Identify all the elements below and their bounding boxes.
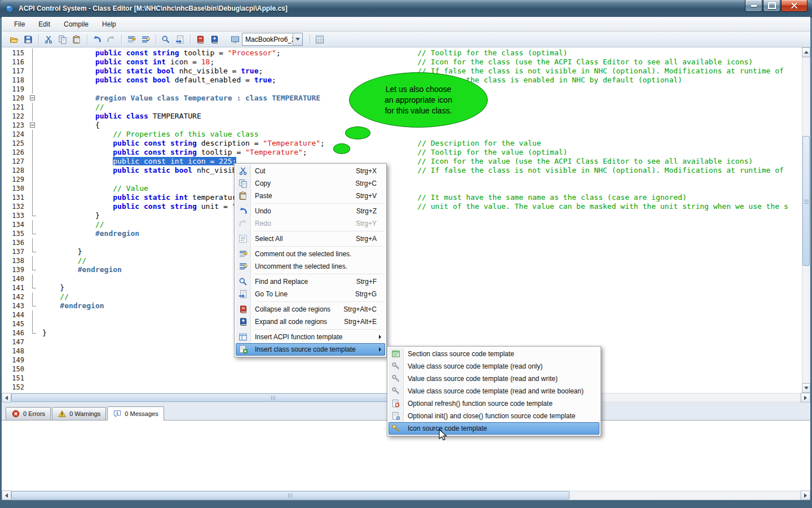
menu-item-undo[interactable]: UndoStrg+Z	[236, 205, 385, 217]
scroll-right-button[interactable]	[801, 491, 810, 500]
fold-toggle-icon[interactable]	[30, 95, 35, 100]
code-line[interactable]: 140	[2, 274, 802, 283]
goto-button[interactable]	[173, 33, 187, 46]
code-line[interactable]: 128 public static bool nhc_visible = tru…	[2, 166, 802, 175]
menu-item-redo[interactable]: RedoStrg+Y	[236, 217, 385, 230]
menu-item-comment-out-the-selected-lines[interactable]: Comment out the selected lines.	[236, 248, 385, 260]
tab-0-messages[interactable]: 0 Messages	[107, 406, 164, 421]
menu-item-expand-all-code-regions[interactable]: Expand all code regionsStrg+Alt+E	[236, 316, 385, 328]
menu-item-value-class-source-code-template-read-and-write[interactable]: Value class source code template (read a…	[389, 373, 599, 385]
find-button[interactable]	[159, 33, 173, 46]
code-line[interactable]: 147	[2, 338, 802, 347]
code-line[interactable]: 138 //	[2, 256, 802, 265]
horizontal-scroll-thumb[interactable]	[11, 491, 570, 500]
menu-file[interactable]: File	[7, 17, 32, 31]
redo-button[interactable]	[104, 33, 118, 46]
code-line[interactable]: 130 // Value	[2, 184, 802, 193]
menu-item-paste[interactable]: PasteStrg+V	[236, 190, 385, 202]
code-line[interactable]: 131 public static int temperature = 0; /…	[2, 193, 802, 202]
menu-item-section-class-source-code-template[interactable]: Section class source code template	[389, 348, 599, 360]
find-icon	[239, 277, 248, 286]
code-line[interactable]: 125 public const string description = "T…	[2, 139, 802, 148]
menu-item-go-to-line[interactable]: Go To LineStrg+G	[236, 288, 385, 300]
code-line[interactable]: 142 //	[2, 292, 802, 301]
window-controls	[744, 0, 807, 12]
scroll-left-button[interactable]	[2, 393, 11, 402]
fold-toggle-icon[interactable]	[30, 122, 35, 128]
line-number: 149	[2, 356, 28, 365]
code-line[interactable]: 124 // Properties of this value class	[2, 130, 802, 139]
editor-vertical-scrollbar[interactable]	[802, 47, 810, 393]
menu-edit[interactable]: Edit	[32, 17, 57, 31]
combo-dropdown-button[interactable]	[293, 33, 302, 45]
code-line[interactable]: 144	[2, 310, 802, 319]
code-line[interactable]: 115 public const string tooltip = "Proce…	[2, 49, 802, 58]
maximize-button[interactable]	[763, 0, 780, 12]
menu-item-find-and-replace[interactable]: Find and ReplaceStrg+F	[236, 275, 385, 288]
class-editor-button[interactable]	[313, 33, 326, 46]
menu-item-insert-class-source-code-template[interactable]: Insert class source code template	[236, 343, 385, 356]
undo-button[interactable]	[90, 33, 104, 46]
copy-button[interactable]	[56, 33, 69, 46]
vertical-scroll-thumb[interactable]	[802, 136, 810, 266]
line-number: 135	[2, 229, 28, 238]
scroll-down-button[interactable]	[802, 383, 810, 393]
uncomment-button[interactable]	[139, 33, 152, 46]
vertical-scroll-track[interactable]	[802, 57, 810, 383]
code-line[interactable]: 134 //	[2, 220, 802, 229]
cut-button[interactable]	[42, 33, 55, 46]
code-line[interactable]: 135 #endregion	[2, 229, 802, 238]
menu-help[interactable]: Help	[95, 17, 123, 31]
callout-text-line: Let us also choose	[386, 84, 452, 95]
expand-button[interactable]	[208, 33, 221, 46]
menu-item-value-class-source-code-template-read-only[interactable]: Value class source code template (read o…	[389, 360, 599, 373]
menu-item-value-class-source-code-template-read-and-write-boolean[interactable]: Value class source code template (read a…	[389, 385, 599, 397]
scroll-left-button[interactable]	[2, 491, 11, 500]
minimize-button[interactable]	[745, 0, 762, 12]
scroll-right-button[interactable]	[801, 393, 810, 402]
menu-item-optional-refresh-function-source-code-template[interactable]: Optional refresh() function source code …	[389, 397, 599, 410]
code-line[interactable]: 141 }	[2, 283, 802, 292]
code-text: #endregion	[38, 229, 139, 238]
code-line[interactable]: 146}	[2, 329, 802, 338]
menu-item-uncomment-the-selected-lines[interactable]: Uncomment the selected lines.	[236, 260, 385, 273]
menu-item-optional-init-and-close-function-source-code-template[interactable]: Optional init() and close() function sou…	[389, 410, 599, 422]
line-number: 147	[2, 338, 28, 347]
bottom-horizontal-scrollbar[interactable]	[2, 491, 810, 500]
menu-item-cut[interactable]: CutStrg+X	[236, 165, 385, 177]
close-button[interactable]	[781, 0, 807, 12]
tab-0-errors[interactable]: 0 Errors	[6, 407, 51, 420]
code-line[interactable]: 133 }	[2, 211, 802, 220]
scroll-up-button[interactable]	[802, 47, 810, 57]
fold-margin	[28, 121, 38, 130]
code-line[interactable]: 137 }	[2, 247, 802, 256]
collapse-button[interactable]	[193, 33, 207, 46]
menu-item-select-all[interactable]: Select AllStrg+A	[236, 233, 385, 245]
menu-separator	[254, 329, 384, 330]
code-line[interactable]: 145	[2, 319, 802, 329]
menu-item-copy[interactable]: CopyStrg+C	[236, 177, 385, 190]
horizontal-scroll-track[interactable]	[11, 491, 801, 500]
init-close-template-icon	[391, 411, 400, 421]
code-line[interactable]: 126 public const string tooltip = "Tempe…	[2, 148, 802, 157]
menu-item-icon-source-code-template[interactable]: Icon source code template	[389, 422, 599, 435]
paste-button[interactable]	[70, 33, 83, 46]
save-button[interactable]	[21, 33, 35, 46]
menu-item-collapse-all-code-regions[interactable]: Collapse all code regionsStrg+Alt+C	[236, 303, 385, 316]
tab-0-warnings[interactable]: 0 Warnings	[52, 407, 106, 420]
device-combo[interactable]: MacBookPro6_2	[242, 33, 303, 46]
code-line[interactable]: 129	[2, 175, 802, 184]
code-segment	[42, 247, 78, 256]
code-line[interactable]: 132 public const string unit = "°C"; // …	[2, 202, 802, 211]
code-line[interactable]: 143 #endregion	[2, 301, 802, 310]
code-line[interactable]: 136	[2, 238, 802, 247]
code-line[interactable]: 139 #endregion	[2, 265, 802, 274]
open-button[interactable]	[7, 33, 21, 46]
code-line[interactable]: 116 public const int icon = 18; // Icon …	[2, 58, 802, 67]
code-line[interactable]: 127 public const int icon = 225; // Icon…	[2, 157, 802, 166]
comment-button[interactable]	[125, 33, 138, 46]
menu-compile[interactable]: Compile	[57, 17, 95, 31]
code-segment	[42, 76, 95, 84]
menu-item-insert-acpi-function-template[interactable]: Insert ACPI function template	[236, 331, 385, 343]
code-segment: // Icon for the value (use the ACPI Clas…	[417, 157, 753, 165]
